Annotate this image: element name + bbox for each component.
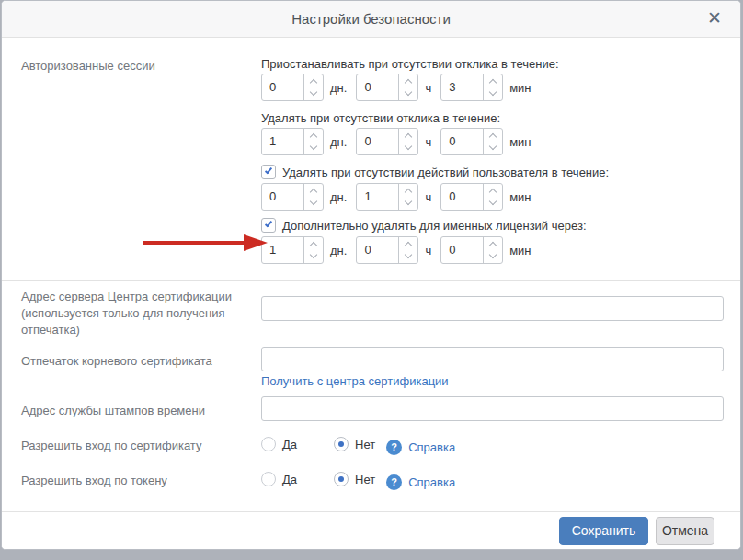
tsp-address-label: Адрес службы штампов времени <box>21 403 251 419</box>
spinner-value[interactable]: 0 <box>441 184 483 210</box>
spinner-value[interactable]: 0 <box>357 129 398 154</box>
spinner-down-button[interactable] <box>304 250 323 263</box>
spinner-up-button[interactable] <box>399 184 417 197</box>
named-license-minutes-spinner[interactable]: 0 <box>440 236 503 264</box>
spinner-down-button[interactable] <box>484 197 502 210</box>
named-license-checkbox-row: Дополнительно удалять для именных лиценз… <box>261 218 587 233</box>
named-license-days-spinner[interactable]: 1 <box>261 236 324 264</box>
delete-minutes-spinner[interactable]: 0 <box>440 128 503 155</box>
delete-days-spinner[interactable]: 1 <box>261 128 324 155</box>
spinner-up-button[interactable] <box>304 184 323 197</box>
chevron-up-icon <box>310 79 317 86</box>
spinner-up-button[interactable] <box>484 237 502 250</box>
named-license-spin-row: 1 дн. 0 ч 0 мин <box>261 236 541 264</box>
chevron-down-icon <box>310 143 317 150</box>
spinner-up-button[interactable] <box>399 129 417 142</box>
security-settings-dialog: Настройки безопасности ✕ Авторизованные … <box>1 0 741 550</box>
cert-login-help[interactable]: ? Справка <box>386 440 455 455</box>
days-unit-label: дн. <box>330 81 347 95</box>
chevron-up-icon <box>489 242 497 249</box>
question-icon[interactable]: ? <box>386 440 402 455</box>
inactivity-checkbox-label: Удалять при отсутствии действий пользова… <box>282 166 609 179</box>
inactivity-checkbox[interactable] <box>261 165 276 179</box>
spinner-value[interactable]: 0 <box>262 184 303 210</box>
spinner-value[interactable]: 3 <box>441 74 483 100</box>
chevron-down-icon <box>489 88 497 96</box>
days-unit-label: дн. <box>330 190 347 204</box>
chevron-down-icon <box>310 198 317 205</box>
chevron-up-icon <box>405 133 412 141</box>
token-login-yes-radio[interactable] <box>261 472 276 486</box>
chevron-up-icon <box>310 133 317 141</box>
cert-login-yes-radio[interactable] <box>261 437 276 451</box>
spinner-up-button[interactable] <box>304 129 323 142</box>
spinner-value[interactable]: 1 <box>357 184 398 210</box>
token-login-radio-row: Да Нет ? Справка <box>261 471 455 487</box>
red-arrow-annotation <box>141 232 269 254</box>
token-login-help[interactable]: ? Справка <box>386 474 455 490</box>
spinner-up-button[interactable] <box>304 74 323 87</box>
help-link[interactable]: Справка <box>408 475 455 489</box>
spinner-down-button[interactable] <box>399 142 417 154</box>
suspend-days-spinner[interactable]: 0 <box>261 74 324 101</box>
spinner-down-button[interactable] <box>399 87 417 100</box>
suspend-hours-spinner[interactable]: 0 <box>356 74 418 101</box>
cert-login-radio-row: Да Нет ? Справка <box>261 436 455 452</box>
no-radio-label: Нет <box>355 438 375 451</box>
inactivity-days-spinner[interactable]: 0 <box>261 183 324 211</box>
ca-address-input[interactable] <box>261 296 724 321</box>
minutes-unit-label: мин <box>509 135 531 149</box>
spinner-down-button[interactable] <box>304 142 323 154</box>
inactivity-checkbox-row: Удалять при отсутствии действий пользова… <box>261 165 609 179</box>
token-login-no-radio[interactable] <box>334 472 349 486</box>
spinner-value[interactable]: 0 <box>441 129 483 154</box>
spinner-value[interactable]: 0 <box>441 237 483 263</box>
tsp-address-input[interactable] <box>261 396 724 421</box>
spinner-down-button[interactable] <box>399 197 417 210</box>
days-unit-label: дн. <box>330 135 347 149</box>
save-button[interactable]: Сохранить <box>559 517 648 545</box>
dialog-footer: Сохранить Отмена <box>2 511 740 549</box>
spinner-down-button[interactable] <box>484 87 502 100</box>
suspend-minutes-spinner[interactable]: 3 <box>440 74 503 101</box>
spinner-up-button[interactable] <box>484 129 502 142</box>
delete-hours-spinner[interactable]: 0 <box>356 128 418 155</box>
inactivity-minutes-spinner[interactable]: 0 <box>440 183 503 211</box>
chevron-down-icon <box>310 251 317 258</box>
named-license-checkbox[interactable] <box>261 218 276 233</box>
spinner-down-button[interactable] <box>304 197 323 210</box>
spinner-value[interactable]: 1 <box>262 129 303 154</box>
chevron-down-icon <box>489 198 497 205</box>
spinner-down-button[interactable] <box>484 142 502 154</box>
cancel-button[interactable]: Отмена <box>656 517 714 545</box>
spinner-value[interactable]: 0 <box>357 237 398 263</box>
question-icon[interactable]: ? <box>386 474 402 490</box>
spinner-value[interactable]: 0 <box>357 74 398 100</box>
spinner-up-button[interactable] <box>484 74 502 87</box>
chevron-down-icon <box>405 251 412 258</box>
dialog-title: Настройки безопасности <box>2 1 740 38</box>
delete-row-label: Удалять при отсутствии отклика в течение… <box>261 111 500 125</box>
hours-unit-label: ч <box>425 135 431 149</box>
help-link[interactable]: Справка <box>408 440 455 454</box>
get-from-ca-link[interactable]: Получить с центра сертификации <box>261 374 449 388</box>
named-license-checkbox-label: Дополнительно удалять для именных лиценз… <box>282 219 587 233</box>
cert-login-no-radio[interactable] <box>334 437 349 451</box>
chevron-up-icon <box>489 133 497 141</box>
delete-spin-row: 1 дн. 0 ч 0 мин <box>261 128 541 155</box>
named-license-hours-spinner[interactable]: 0 <box>356 236 418 264</box>
fingerprint-input[interactable] <box>261 347 724 371</box>
spinner-down-button[interactable] <box>304 87 323 100</box>
minutes-unit-label: мин <box>509 244 531 257</box>
spinner-up-button[interactable] <box>484 184 502 197</box>
close-icon[interactable]: ✕ <box>703 7 726 29</box>
spinner-up-button[interactable] <box>399 74 417 87</box>
inactivity-hours-spinner[interactable]: 1 <box>356 183 418 211</box>
chevron-up-icon <box>489 79 497 86</box>
spinner-up-button[interactable] <box>304 237 323 250</box>
spinner-up-button[interactable] <box>399 237 417 250</box>
spinner-value[interactable]: 0 <box>262 74 303 100</box>
inactivity-spin-row: 0 дн. 1 ч 0 мин <box>261 183 541 211</box>
spinner-down-button[interactable] <box>484 250 502 263</box>
spinner-down-button[interactable] <box>399 250 417 263</box>
